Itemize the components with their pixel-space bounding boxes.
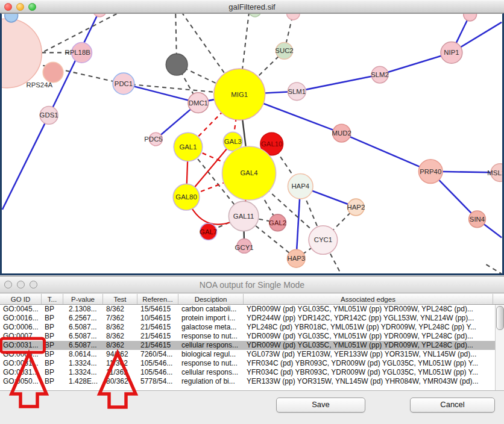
- edge-pd: [486, 264, 502, 273]
- cell-test: 11/362: [103, 359, 137, 368]
- node-label: GAL1: [179, 143, 197, 151]
- node-cutnip[interactable]: [464, 14, 477, 21]
- cell-go_id: GO:0006...: [0, 323, 42, 332]
- node-circle[interactable]: [93, 14, 106, 17]
- node-cutgreen[interactable]: [249, 14, 261, 17]
- node-MUD2[interactable]: MUD2: [332, 124, 351, 142]
- node-label: SIN4: [470, 216, 485, 223]
- node-HAP3[interactable]: HAP3: [287, 249, 305, 267]
- node-GAL80[interactable]: GAL80: [173, 184, 200, 210]
- node-SUC2[interactable]: SUC2: [275, 43, 293, 60]
- edge-pp: [124, 84, 198, 103]
- network-window-titlebar[interactable]: galFiltered.sif: [0, 0, 504, 13]
- node-RPL18B[interactable]: RPL18B: [65, 43, 92, 63]
- cell-description: cellular respons...: [178, 341, 244, 350]
- node-label: PDC1: [115, 80, 133, 87]
- node-DMC1[interactable]: DMC1: [188, 93, 209, 113]
- node-NIP1[interactable]: NIP1: [441, 42, 462, 64]
- node-label: MIG1: [231, 91, 248, 98]
- column-header-description[interactable]: Desciption: [178, 294, 244, 304]
- node-circle[interactable]: [166, 54, 187, 75]
- cell-type: BP: [42, 323, 63, 332]
- save-button[interactable]: Save: [276, 398, 365, 413]
- node-CYC1[interactable]: CYC1: [309, 226, 338, 255]
- node-HAP2[interactable]: HAP2: [347, 199, 365, 216]
- node-darknode[interactable]: [166, 54, 187, 75]
- table-row[interactable]: GO:0045...BP2.1308...8/36215/54615carbon…: [0, 305, 495, 314]
- cancel-button[interactable]: Cancel: [410, 398, 495, 413]
- table-row[interactable]: GO:0007...BP6.5087...8/36221/54615respon…: [0, 332, 495, 341]
- cell-reference: 21/54615: [137, 332, 178, 341]
- cell-type: BP: [42, 314, 63, 323]
- node-label: GAL10: [261, 140, 282, 148]
- node-circle[interactable]: [5, 14, 18, 22]
- node-circle[interactable]: [249, 14, 261, 17]
- node-PDC5[interactable]: PDC5: [144, 132, 162, 146]
- table-row-selected[interactable]: GO:0031...BP6.5087...8/36221/54615cellul…: [0, 341, 495, 350]
- cell-assoc: YPL248C (pd) YBR018C, YML051W (pp) YDR00…: [244, 323, 493, 332]
- node-HAP4[interactable]: HAP4: [288, 174, 313, 199]
- noa-window-title: NOA output for Single Mode: [0, 280, 504, 290]
- node-MIG1[interactable]: MIG1: [214, 69, 265, 120]
- noa-window-titlebar[interactable]: NOA output for Single Mode: [0, 276, 504, 293]
- node-GCY1[interactable]: GCY1: [235, 239, 254, 254]
- node-SIN4[interactable]: SIN4: [469, 211, 486, 228]
- table-row[interactable]: GO:0031...BP1.3324...11/362105/546...cel…: [0, 368, 495, 377]
- node-bignode[interactable]: [2, 19, 42, 88]
- cell-description: protein import i...: [178, 314, 244, 323]
- table-row[interactable]: GO:0050...BP1.428E...80/3625778/54...reg…: [0, 377, 495, 386]
- cell-go_id: GO:0031...: [0, 368, 42, 377]
- vertical-scrollbar[interactable]: [495, 305, 504, 390]
- network-canvas-frame: RPL18BRPS24AGDS1PDC1DMC1MIG1SLM1SLM2NIP1…: [0, 13, 504, 275]
- column-header-type[interactable]: T...: [42, 294, 63, 304]
- cell-reference: 105/546...: [137, 359, 178, 368]
- column-header-reference[interactable]: Referen...: [137, 294, 178, 304]
- edge-pp: [342, 133, 431, 171]
- column-header-test[interactable]: Test: [103, 294, 137, 304]
- cell-assoc: YDR009W (pd) YGL035C, YML051W (pp) YDR00…: [244, 305, 493, 314]
- cell-test: 8/362: [103, 341, 137, 350]
- node-circle[interactable]: [464, 14, 477, 21]
- node-label: HAP3: [287, 255, 305, 262]
- cell-p_value: 6.5087...: [63, 323, 103, 332]
- noa-output-window: NOA output for Single Mode GO IDT...P-va…: [0, 276, 504, 424]
- node-GAL7[interactable]: GAL7: [200, 223, 217, 240]
- node-label: HAP4: [291, 182, 309, 190]
- node-PRP40[interactable]: PRP40: [418, 160, 443, 184]
- column-header-go_id[interactable]: GO ID: [0, 294, 42, 304]
- node-circle[interactable]: [43, 62, 63, 83]
- column-header-p_value[interactable]: P-value: [63, 294, 103, 304]
- node-SLM1[interactable]: SLM1: [288, 83, 306, 101]
- node-SLM2[interactable]: SLM2: [371, 66, 389, 83]
- column-header-assoc[interactable]: Associated edges: [244, 294, 493, 304]
- network-window: galFiltered.sif RPL18BRPS24AGDS1PDC1DMC1…: [0, 0, 504, 275]
- node-cornertl[interactable]: [5, 14, 18, 22]
- node-GAL11[interactable]: GAL11: [228, 201, 259, 231]
- node-cutpink2[interactable]: [286, 14, 300, 20]
- node-GAL4[interactable]: GAL4: [222, 146, 276, 200]
- cell-assoc: YDR009W (pd) YGL035C, YML051W (pp) YDR00…: [244, 332, 493, 341]
- table-row[interactable]: GO:0016...BP6.2567...7/36210/54615protei…: [0, 314, 495, 323]
- table-row[interactable]: GO:0031...BP1.3324...11/362105/546...res…: [0, 359, 495, 368]
- node-circle[interactable]: [2, 19, 42, 88]
- edge-pp: [2, 115, 49, 210]
- node-MSL1[interactable]: MSL1: [487, 164, 502, 182]
- node-GAL2[interactable]: GAL2: [269, 214, 286, 231]
- node-circle[interactable]: [286, 14, 300, 20]
- scrollbar-thumb[interactable]: [496, 306, 504, 330]
- node-label: DMC1: [189, 99, 208, 107]
- node-GAL1[interactable]: GAL1: [174, 132, 203, 161]
- table-row[interactable]: GO:0006...BP6.5087...8/36221/54615galact…: [0, 323, 495, 332]
- node-PDC1[interactable]: PDC1: [113, 73, 134, 95]
- cell-go_id: GO:0007...: [0, 332, 42, 341]
- network-canvas[interactable]: RPL18BRPS24AGDS1PDC1DMC1MIG1SLM1SLM2NIP1…: [2, 14, 502, 273]
- cell-test: 8/362: [103, 305, 137, 314]
- cell-p_value: 1.3324...: [63, 359, 103, 368]
- cell-assoc: YDR244W (pp) YDR142C, YDR142C (pp) YGL15…: [244, 314, 493, 323]
- cell-p_value: 6.5087...: [63, 332, 103, 341]
- node-GDS1[interactable]: GDS1: [40, 107, 58, 125]
- node-cuttop1[interactable]: [93, 14, 106, 17]
- table-row[interactable]: GO:0065...BP8.0614...94/3627260/54...bio…: [0, 350, 495, 359]
- node-label: SLM1: [288, 88, 306, 95]
- cell-description: biological regul...: [178, 350, 244, 359]
